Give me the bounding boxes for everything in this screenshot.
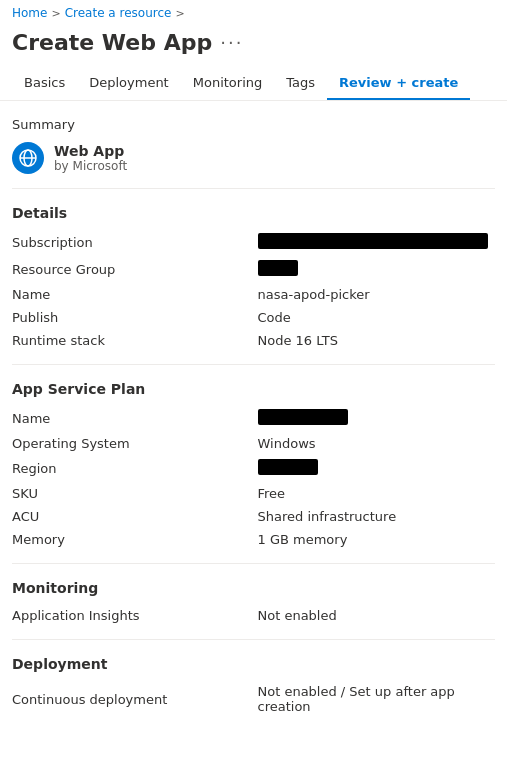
- detail-value: Free: [254, 482, 496, 505]
- details-section-title: Details: [12, 205, 495, 221]
- detail-label: Resource Group: [12, 256, 254, 283]
- app-name: Web App: [54, 143, 127, 159]
- table-row: Operating System Windows: [12, 432, 495, 455]
- detail-label: Operating System: [12, 432, 254, 455]
- detail-label: Name: [12, 405, 254, 432]
- detail-label: Continuous deployment: [12, 680, 254, 718]
- divider-1: [12, 188, 495, 189]
- detail-label: Memory: [12, 528, 254, 551]
- summary-text: Web App by Microsoft: [54, 143, 127, 173]
- web-app-icon: [12, 142, 44, 174]
- detail-label: Runtime stack: [12, 329, 254, 352]
- detail-value: Shared infrastructure: [254, 505, 496, 528]
- details-table: Subscription Resource Group Name nasa-ap…: [12, 229, 495, 352]
- detail-label: Application Insights: [12, 604, 254, 627]
- breadcrumb-sep2: >: [175, 7, 184, 20]
- subscription-redacted: [258, 233, 488, 249]
- detail-label: Name: [12, 283, 254, 306]
- tab-tags[interactable]: Tags: [274, 67, 327, 100]
- detail-value: [254, 229, 496, 256]
- table-row: Resource Group: [12, 256, 495, 283]
- app-service-plan-title: App Service Plan: [12, 381, 495, 397]
- detail-value: [254, 256, 496, 283]
- table-row: Region: [12, 455, 495, 482]
- page-header: Create Web App ···: [0, 26, 507, 67]
- divider-3: [12, 563, 495, 564]
- breadcrumb-create-resource[interactable]: Create a resource: [65, 6, 172, 20]
- detail-label: ACU: [12, 505, 254, 528]
- detail-value: nasa-apod-picker: [254, 283, 496, 306]
- table-row: Publish Code: [12, 306, 495, 329]
- table-row: Application Insights Not enabled: [12, 604, 495, 627]
- detail-value: [254, 405, 496, 432]
- detail-label: Publish: [12, 306, 254, 329]
- detail-value: 1 GB memory: [254, 528, 496, 551]
- resource-group-redacted: [258, 260, 298, 276]
- table-row: Continuous deployment Not enabled / Set …: [12, 680, 495, 718]
- breadcrumb-sep1: >: [51, 7, 60, 20]
- tab-basics[interactable]: Basics: [12, 67, 77, 100]
- table-row: Name nasa-apod-picker: [12, 283, 495, 306]
- detail-label: SKU: [12, 482, 254, 505]
- monitoring-table: Application Insights Not enabled: [12, 604, 495, 627]
- main-content: Summary Web App by Microsoft Details Sub…: [0, 101, 507, 734]
- detail-value: Not enabled / Set up after app creation: [254, 680, 496, 718]
- deployment-table: Continuous deployment Not enabled / Set …: [12, 680, 495, 718]
- detail-value: Code: [254, 306, 496, 329]
- deployment-section-title: Deployment: [12, 656, 495, 672]
- more-options-button[interactable]: ···: [220, 32, 243, 53]
- detail-label: Region: [12, 455, 254, 482]
- table-row: Runtime stack Node 16 LTS: [12, 329, 495, 352]
- breadcrumb-home[interactable]: Home: [12, 6, 47, 20]
- detail-value: Windows: [254, 432, 496, 455]
- table-row: Subscription: [12, 229, 495, 256]
- app-publisher: by Microsoft: [54, 159, 127, 173]
- breadcrumb: Home > Create a resource >: [0, 0, 507, 26]
- region-redacted: [258, 459, 318, 475]
- divider-4: [12, 639, 495, 640]
- tab-monitoring[interactable]: Monitoring: [181, 67, 275, 100]
- table-row: Name: [12, 405, 495, 432]
- plan-name-redacted: [258, 409, 348, 425]
- table-row: ACU Shared infrastructure: [12, 505, 495, 528]
- summary-label: Summary: [12, 117, 495, 132]
- tab-review-create[interactable]: Review + create: [327, 67, 470, 100]
- table-row: Memory 1 GB memory: [12, 528, 495, 551]
- detail-value: Node 16 LTS: [254, 329, 496, 352]
- tab-deployment[interactable]: Deployment: [77, 67, 181, 100]
- detail-label: Subscription: [12, 229, 254, 256]
- tabs-bar: Basics Deployment Monitoring Tags Review…: [0, 67, 507, 101]
- app-service-plan-table: Name Operating System Windows Region SKU…: [12, 405, 495, 551]
- detail-value: Not enabled: [254, 604, 496, 627]
- summary-item: Web App by Microsoft: [12, 142, 495, 174]
- table-row: SKU Free: [12, 482, 495, 505]
- detail-value: [254, 455, 496, 482]
- monitoring-section-title: Monitoring: [12, 580, 495, 596]
- page-title: Create Web App: [12, 30, 212, 55]
- divider-2: [12, 364, 495, 365]
